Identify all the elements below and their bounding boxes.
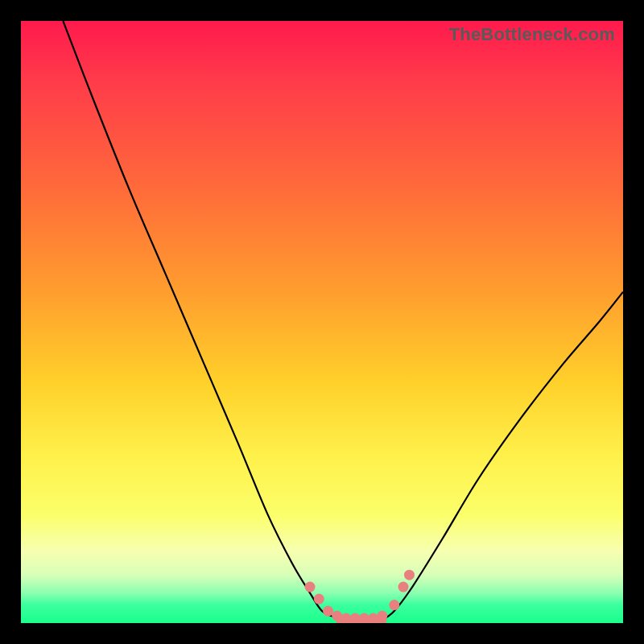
- trough-dot: [404, 570, 415, 580]
- trough-dot: [332, 611, 342, 621]
- trough-dot: [368, 613, 378, 623]
- trough-dot: [341, 613, 351, 623]
- left-curve: [63, 21, 340, 620]
- trough-dots: [305, 570, 415, 623]
- plot-area: TheBottleneck.com: [21, 21, 623, 623]
- trough-dot: [305, 582, 316, 592]
- trough-dot: [389, 600, 399, 610]
- trough-dot: [350, 613, 361, 623]
- trough-dot: [359, 613, 369, 623]
- curve-layer: [21, 21, 623, 623]
- trough-dot: [377, 611, 387, 621]
- trough-dot: [323, 606, 333, 617]
- right-curve: [382, 292, 623, 621]
- trough-dot: [314, 594, 324, 605]
- chart-frame: TheBottleneck.com: [0, 0, 644, 644]
- trough-dot: [398, 582, 408, 592]
